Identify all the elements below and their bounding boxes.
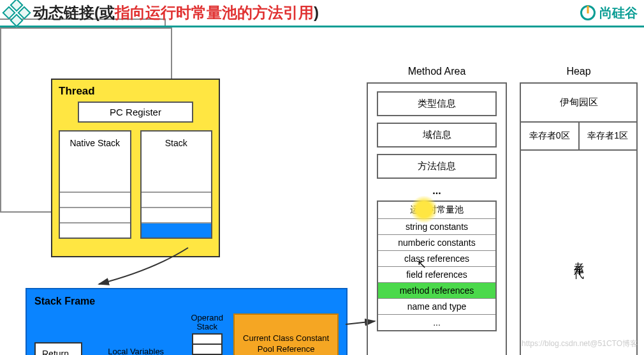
method-area: Method Area 类型信息 域信息 方法信息 ... 运行时常量池 str… xyxy=(367,66,507,355)
local-variables-label: Local Variables xyxy=(108,347,164,355)
stack-frame: Stack Frame Return Value Local Variables… xyxy=(26,288,348,355)
pool-class-references: class references xyxy=(378,251,495,267)
return-value: Return Value xyxy=(34,342,82,355)
brand-icon xyxy=(580,5,596,20)
stack-frame-title: Stack Frame xyxy=(34,296,339,307)
thread-label: Thread xyxy=(59,85,212,98)
vm-stack: Stack xyxy=(140,130,213,239)
field-info: 域信息 xyxy=(377,123,497,147)
stack-label: Stack xyxy=(142,132,212,192)
survivor-1: 幸存者1区 xyxy=(580,123,637,149)
header: 动态链接(或指向运行时常量池的方法引用) 尚硅谷 xyxy=(0,0,644,27)
operand-stack-label: Operand Stack xyxy=(189,313,224,332)
pool-method-references: method references xyxy=(378,283,495,299)
constant-pool-reference: Current Class Constant Pool Reference xyxy=(233,313,339,355)
operand-stack: Operand Stack xyxy=(189,313,224,355)
pool-field-references: field references xyxy=(378,267,495,283)
pool-string-constants: string constants xyxy=(378,219,495,235)
native-stack: Native Stack xyxy=(59,130,131,239)
eden-space: 伊甸园区 xyxy=(521,84,636,123)
method-info: 方法信息 xyxy=(377,154,497,179)
brand-label: 尚硅谷 xyxy=(599,4,638,22)
page-title: 动态链接(或指向运行时常量池的方法引用) xyxy=(33,3,319,23)
pool-title: 运行时常量池 xyxy=(378,202,495,219)
pc-register: PC Register xyxy=(78,102,193,123)
type-info: 类型信息 xyxy=(377,91,497,116)
heap: Heap 伊甸园区 幸存者0区 幸存者1区 老年代 xyxy=(520,66,638,355)
watermark: https://blog.csdn.net@51CTO博客 xyxy=(522,338,638,349)
runtime-constant-pool: 运行时常量池 string constants numberic constan… xyxy=(377,200,497,331)
survivor-row: 幸存者0区 幸存者1区 xyxy=(521,123,636,151)
old-gen: 老年代 xyxy=(521,151,636,355)
local-variables: Local Variables xyxy=(91,347,180,355)
ma-dots: ... xyxy=(377,185,497,197)
heap-title: Heap xyxy=(520,66,638,77)
pool-dots: ... xyxy=(378,315,495,330)
thread-box: Thread PC Register Native Stack Stack xyxy=(51,79,220,257)
title-black: 动态链接(或 xyxy=(33,4,115,21)
pool-name-and-type: name and type xyxy=(378,299,495,315)
diagram-canvas: Thread PC Register Native Stack Stack St… xyxy=(0,27,644,353)
method-area-title: Method Area xyxy=(367,66,507,77)
title-red: 指向运行时常量池的方法引用 xyxy=(115,4,314,21)
active-frame-slot xyxy=(142,222,212,238)
survivor-0: 幸存者0区 xyxy=(521,123,580,149)
brand: 尚硅谷 xyxy=(580,4,638,22)
native-stack-label: Native Stack xyxy=(60,132,130,192)
title-black2: ) xyxy=(314,4,319,21)
logo-icon xyxy=(2,0,31,27)
pool-numeric-constants: numberic constants xyxy=(378,235,495,251)
